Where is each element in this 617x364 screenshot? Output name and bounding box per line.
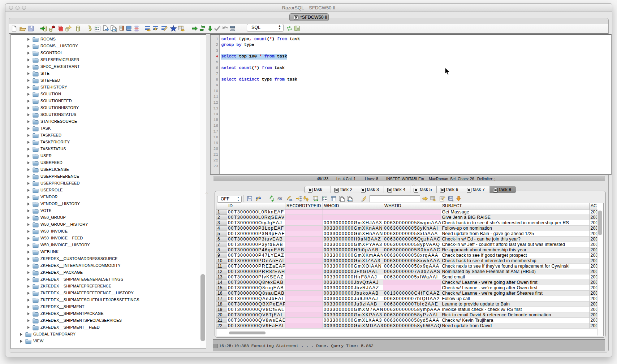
svg-text:66: 66 — [277, 196, 282, 201]
